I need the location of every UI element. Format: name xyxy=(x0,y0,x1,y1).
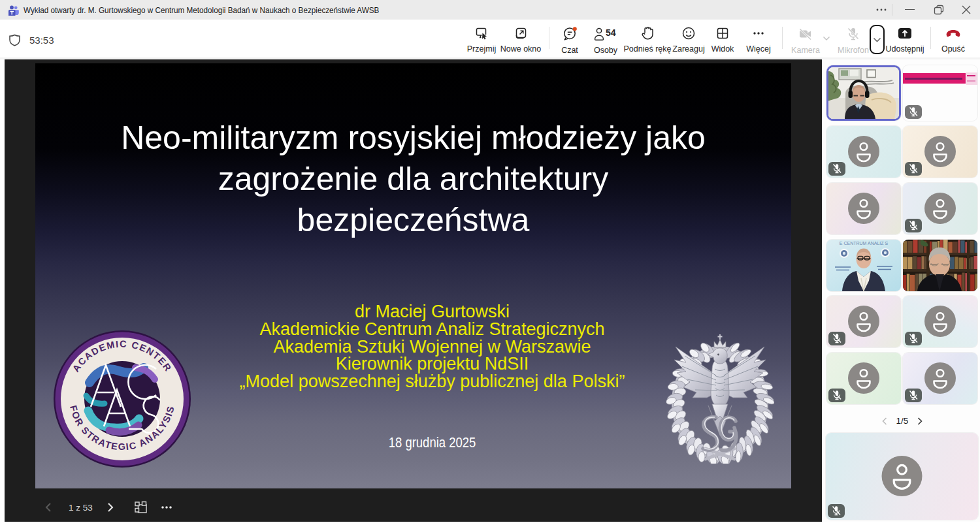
svg-text:54: 54 xyxy=(606,27,616,38)
svg-text:E CENTRUM ANALIZ S: E CENTRUM ANALIZ S xyxy=(840,241,889,246)
